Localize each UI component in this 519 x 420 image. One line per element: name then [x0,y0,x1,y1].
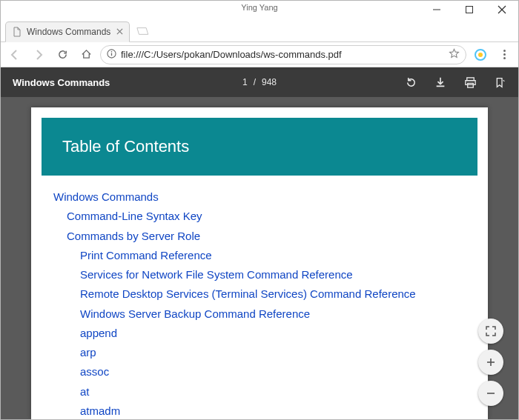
browser-menu-button[interactable] [495,45,514,64]
toc-list: Windows CommandsCommand-Line Syntax KeyC… [42,176,477,419]
svg-rect-11 [467,83,473,87]
new-tab-icon [134,26,149,36]
minus-icon [485,387,497,399]
minimize-icon [432,5,441,14]
window-close-button[interactable] [486,1,518,19]
window-controls [420,1,518,19]
toc-link[interactable]: atmadm [53,401,469,419]
pdf-current-page: 1 [242,77,248,87]
back-button[interactable] [5,45,24,64]
site-info-icon[interactable] [107,49,116,61]
close-icon [497,5,506,14]
extension-icon [475,49,486,61]
star-icon [449,48,460,59]
toc-link[interactable]: Windows Commands [53,187,469,207]
toc-link[interactable]: at [53,382,469,401]
file-icon [12,27,22,37]
pdf-page: Table of Contents Windows CommandsComman… [31,107,488,419]
toc-link[interactable]: arp [53,343,469,362]
window-maximize-button[interactable] [453,1,486,19]
fit-page-button[interactable] [478,319,503,344]
pdf-actions [404,76,506,89]
omnibox[interactable] [100,45,466,64]
kebab-icon [499,50,509,59]
toc-link[interactable]: Command-Line Syntax Key [53,207,469,226]
plus-icon [485,356,497,368]
zoom-in-button[interactable] [478,350,503,375]
toc-link[interactable]: Commands by Server Role [53,227,469,246]
arrow-left-icon [9,49,21,61]
pdf-document-title: Windows Commands [13,77,110,88]
toc-link[interactable]: Remote Desktop Services (Terminal Servic… [53,284,469,304]
toc-link[interactable]: assoc [53,362,469,381]
fit-icon [485,325,497,337]
reload-button[interactable] [53,45,72,64]
home-icon [81,49,92,60]
tab-strip: Windows Commands [1,19,518,42]
new-tab-button[interactable] [133,24,151,39]
tab-title: Windows Commands [27,27,110,37]
pdf-viewport[interactable]: Table of Contents Windows CommandsComman… [1,97,518,419]
arrow-right-icon [33,49,44,61]
os-titlebar: Ying Yang [1,1,518,19]
toc-link[interactable]: Print Command Reference [53,246,469,265]
maximize-icon [465,5,474,14]
pdf-bookmark-button[interactable] [493,76,506,89]
toc-link[interactable]: append [53,324,469,343]
browser-tab[interactable]: Windows Commands [5,21,130,42]
download-icon [434,76,446,88]
zoom-controls [478,319,503,406]
pdf-toolbar: Windows Commands 1 / 948 [1,67,518,97]
home-button[interactable] [76,45,96,64]
reload-icon [57,49,68,60]
svg-point-8 [111,50,113,52]
tab-close-button[interactable] [116,27,123,37]
rotate-icon [405,76,417,89]
star-bookmark-button[interactable] [449,48,460,61]
pdf-download-button[interactable] [434,76,447,89]
window-minimize-button[interactable] [420,1,453,19]
close-icon [116,28,123,35]
pdf-page-indicator[interactable]: 1 / 948 [242,77,277,87]
forward-button[interactable] [29,45,48,64]
toc-link[interactable]: Windows Server Backup Command Reference [53,304,469,324]
address-bar [1,42,518,67]
svg-rect-10 [465,80,475,84]
pdf-rotate-button[interactable] [404,76,417,89]
browser-window: Ying Yang Windows Commands [0,0,519,420]
os-username: Ying Yang [241,3,277,12]
pdf-print-button[interactable] [463,76,477,89]
print-icon [464,76,477,89]
pdf-total-pages: 948 [262,77,277,87]
toc-link[interactable]: Services for Network File System Command… [53,265,469,284]
pdf-page-separator: / [254,77,256,87]
svg-rect-1 [466,7,473,13]
bookmark-icon [495,77,506,88]
toc-heading: Table of Contents [42,118,477,176]
url-input[interactable] [121,49,444,60]
zoom-out-button[interactable] [478,381,503,406]
extension-button[interactable] [471,45,490,64]
